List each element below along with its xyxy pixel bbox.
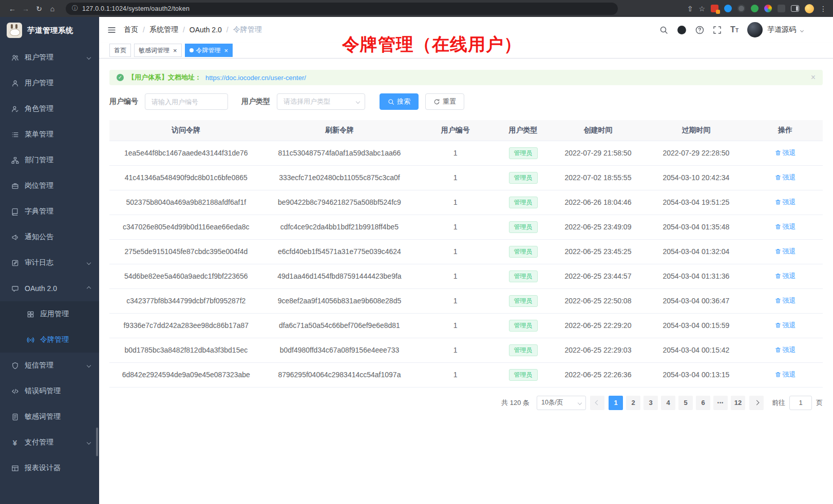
page-button-5[interactable]: 5 <box>678 396 693 410</box>
tenant-icon <box>10 54 20 62</box>
extension-green-icon[interactable] <box>751 5 759 12</box>
tab-sensitive-word[interactable]: 敏感词管理× <box>134 44 182 57</box>
tab-oauth2-token[interactable]: 令牌管理× <box>185 44 233 57</box>
cell-user-id: 1 <box>416 215 495 239</box>
pay-icon: ¥ <box>10 438 20 447</box>
github-icon[interactable] <box>677 25 687 35</box>
sidebar-item-label: 报表设计器 <box>25 463 90 473</box>
next-page-button[interactable] <box>749 396 764 410</box>
sidebar-item-dict[interactable]: 字典管理 <box>0 199 99 224</box>
page-button-6[interactable]: 6 <box>696 396 710 410</box>
profile-avatar-icon[interactable] <box>805 4 814 13</box>
goto-page-input[interactable] <box>789 396 812 410</box>
reload-icon[interactable]: ↻ <box>33 3 45 15</box>
page-button-12[interactable]: 12 <box>731 396 745 410</box>
sidebar-item-oauth2-application[interactable]: 应用管理 <box>0 301 99 327</box>
sidebar-item-label: 部门管理 <box>25 156 90 165</box>
forward-icon[interactable]: → <box>20 3 32 15</box>
goto-suffix: 页 <box>816 398 823 408</box>
cell-user-id: 1 <box>416 239 495 264</box>
page-button-3[interactable]: 3 <box>643 396 658 410</box>
reset-button[interactable]: 重置 <box>425 93 464 110</box>
sidebar-item-error-code[interactable]: 错误码管理 <box>0 378 99 404</box>
sidebar-item-sensitive-word[interactable]: 敏感词管理 <box>0 404 99 430</box>
table-row: 6d842e2924594de9a09e45e087323abe8796295f… <box>109 362 823 387</box>
extension-red-icon[interactable] <box>711 5 718 12</box>
collapse-menu-icon[interactable] <box>107 26 116 34</box>
force-logout-button[interactable]: 强退 <box>775 148 796 158</box>
user-avatar[interactable] <box>747 22 763 37</box>
side-panel-icon[interactable] <box>791 5 799 12</box>
alert-link[interactable]: https://doc.iocoder.cn/user-center/ <box>205 74 306 82</box>
force-logout-button[interactable]: 强退 <box>775 370 796 379</box>
cell-refresh-token: e6cfd40eb1f54571a31e775e039c4624 <box>263 239 416 264</box>
sidebar-scrollbar[interactable] <box>96 428 98 456</box>
user-dropdown-caret-icon[interactable] <box>800 29 804 32</box>
sidebar-item-role[interactable]: 角色管理 <box>0 96 99 122</box>
address-bar[interactable]: ⓘ 127.0.0.1:1024/system/oauth2/token <box>66 3 618 15</box>
force-logout-button[interactable]: 强退 <box>775 272 796 281</box>
sidebar-item-pay[interactable]: ¥支付管理 <box>0 430 99 455</box>
extension-rainbow-icon[interactable] <box>764 5 772 12</box>
sidebar-item-tenant[interactable]: 租户管理 <box>0 45 99 70</box>
table-row: 54d6be82ee5a460a9aedc1f9bf22365649d1aa46… <box>109 264 823 288</box>
prev-page-button[interactable] <box>590 396 604 410</box>
force-logout-button[interactable]: 强退 <box>775 296 796 305</box>
menu-dots-icon[interactable]: ⋮ <box>820 5 827 13</box>
tab-home[interactable]: 首页 <box>109 44 131 57</box>
logo-rabbit-icon <box>7 23 22 38</box>
app-logo[interactable]: 芋道管理系统 <box>0 17 99 44</box>
sidebar-item-menu[interactable]: 菜单管理 <box>0 122 99 147</box>
sidebar-item-sms[interactable]: 短信管理 <box>0 353 99 378</box>
force-logout-button[interactable]: 强退 <box>775 247 796 256</box>
fullscreen-icon[interactable] <box>713 26 722 34</box>
user-type-select[interactable]: 请选择用户类型 <box>277 93 365 110</box>
home-icon[interactable]: ⌂ <box>46 3 59 15</box>
breadcrumb-item[interactable]: OAuth 2.0 <box>190 26 222 34</box>
user-type-badge: 管理员 <box>509 172 538 184</box>
force-logout-button[interactable]: 强退 <box>775 198 796 207</box>
info-icon[interactable]: ⓘ <box>72 4 78 13</box>
help-icon[interactable] <box>695 26 704 34</box>
sidebar-item-dept[interactable]: 部门管理 <box>0 147 99 173</box>
page-button-1[interactable]: 1 <box>609 396 623 410</box>
extension-blue-icon[interactable] <box>724 5 732 12</box>
alert-close-icon[interactable]: × <box>811 73 816 82</box>
sidebar-item-notice[interactable]: 通知公告 <box>0 224 99 250</box>
back-icon[interactable]: ← <box>6 3 18 15</box>
force-logout-button[interactable]: 强退 <box>775 321 796 330</box>
bookmark-star-icon[interactable]: ☆ <box>698 5 705 13</box>
breadcrumb-item[interactable]: 首页 <box>124 25 138 34</box>
search-button[interactable]: 搜索 <box>380 93 419 110</box>
tab-close-icon[interactable]: × <box>173 47 177 54</box>
page-button-4[interactable]: 4 <box>661 396 675 410</box>
tab-close-icon[interactable]: × <box>224 47 229 54</box>
cell-refresh-token: 8796295f04064c2983414cc54af1097a <box>263 362 416 387</box>
extension-gray-icon[interactable] <box>778 5 785 12</box>
breadcrumb-item[interactable]: 系统管理 <box>149 25 178 34</box>
sidebar-item-oauth2[interactable]: OAuth 2.0 <box>0 276 99 301</box>
sidebar-item-report-designer[interactable]: 报表设计器 <box>0 455 99 481</box>
oauth-icon <box>10 285 20 293</box>
page-button-2[interactable]: 2 <box>626 396 640 410</box>
cell-access-token: 54d6be82ee5a460a9aedc1f9bf223656 <box>109 264 263 288</box>
sidebar-item-post[interactable]: 岗位管理 <box>0 173 99 199</box>
force-logout-button[interactable]: 强退 <box>775 222 796 231</box>
pager-ellipsis[interactable]: ••• <box>713 396 728 410</box>
column-header: 访问令牌 <box>109 120 263 141</box>
user-id-input[interactable] <box>145 93 228 110</box>
extension-dark-icon[interactable] <box>737 5 745 12</box>
search-icon[interactable] <box>659 26 668 34</box>
font-size-icon[interactable]: TT <box>730 26 739 34</box>
sidebar-item-oauth2-token[interactable]: 令牌管理 <box>0 327 99 353</box>
username[interactable]: 芋道源码 <box>767 25 796 34</box>
cell-expire-time: 2054-03-04 00:13:15 <box>645 362 748 387</box>
force-logout-button[interactable]: 强退 <box>775 173 796 182</box>
sidebar-item-user[interactable]: 用户管理 <box>0 70 99 96</box>
notice-icon <box>10 234 20 241</box>
share-icon[interactable]: ⇧ <box>687 5 693 13</box>
force-logout-button[interactable]: 强退 <box>775 345 796 355</box>
sidebar-item-audit-log[interactable]: 审计日志 <box>0 250 99 276</box>
app-title: 芋道管理系统 <box>27 26 73 35</box>
page-size-select[interactable]: 10条/页 <box>537 396 586 410</box>
